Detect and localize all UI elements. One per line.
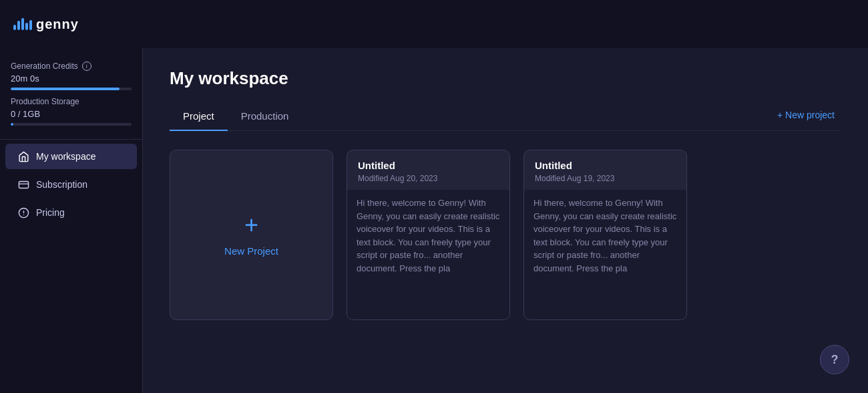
- card-header-1: Untitled Modified Aug 20, 2023: [347, 150, 509, 190]
- credits-section: Generation Credits i 20m 0s Production S…: [0, 56, 142, 136]
- sidebar-item-pricing[interactable]: Pricing: [5, 200, 137, 225]
- sidebar: Generation Credits i 20m 0s Production S…: [0, 48, 143, 393]
- card-preview-1: Hi there, welcome to Genny! With Genny, …: [347, 190, 509, 319]
- tabs-bar: Project Production + New project: [170, 105, 841, 131]
- cards-grid: + New Project Untitled Modified Aug 20, …: [170, 150, 841, 320]
- card-date-2: Modified Aug 19, 2023: [535, 174, 676, 183]
- card-icon: [17, 178, 29, 190]
- storage-progress-bg: [11, 123, 132, 126]
- sidebar-divider: [0, 139, 142, 140]
- plus-icon: +: [244, 213, 258, 237]
- main-layout: Generation Credits i 20m 0s Production S…: [0, 48, 868, 393]
- project-card-2[interactable]: Untitled Modified Aug 19, 2023 Hi there,…: [523, 150, 687, 320]
- new-project-card[interactable]: + New Project: [170, 150, 333, 320]
- card-header-2: Untitled Modified Aug 19, 2023: [524, 150, 686, 190]
- tab-production[interactable]: Production: [228, 105, 302, 131]
- sidebar-item-label: Subscription: [36, 179, 87, 190]
- sidebar-item-subscription[interactable]: Subscription: [5, 172, 137, 197]
- logo-icon: [13, 18, 32, 30]
- credits-progress-bg: [11, 88, 132, 90]
- sidebar-item-my-workspace[interactable]: My workspace: [5, 144, 137, 169]
- card-title-1: Untitled: [358, 160, 499, 171]
- new-project-label: + New project: [777, 110, 835, 120]
- new-project-card-label: New Project: [224, 245, 278, 257]
- credits-value: 20m 0s: [11, 74, 132, 84]
- logo-text: genny: [36, 17, 79, 32]
- project-card-1[interactable]: Untitled Modified Aug 20, 2023 Hi there,…: [347, 150, 510, 320]
- help-icon: ?: [831, 353, 839, 367]
- storage-value: 0 / 1GB: [11, 109, 132, 119]
- svg-rect-0: [19, 181, 28, 188]
- home-icon: [17, 150, 29, 162]
- sidebar-item-label: My workspace: [36, 151, 95, 162]
- credits-progress-fill: [11, 88, 120, 90]
- content-area: My workspace Project Production + New pr…: [143, 48, 868, 393]
- credits-label: Generation Credits i: [11, 61, 132, 71]
- topbar: genny: [0, 0, 868, 48]
- storage-progress-fill: [11, 123, 13, 126]
- tag-icon: [17, 207, 29, 219]
- card-preview-2: Hi there, welcome to Genny! With Genny, …: [524, 190, 686, 319]
- card-title-2: Untitled: [535, 160, 676, 171]
- logo[interactable]: genny: [13, 17, 79, 32]
- sidebar-item-label: Pricing: [36, 207, 65, 218]
- page-title: My workspace: [170, 68, 841, 89]
- help-button[interactable]: ?: [820, 345, 849, 374]
- new-project-button[interactable]: + New project: [771, 106, 841, 124]
- storage-label: Production Storage: [11, 97, 132, 106]
- card-date-1: Modified Aug 20, 2023: [358, 174, 499, 183]
- tab-project[interactable]: Project: [170, 105, 228, 131]
- credits-info-icon[interactable]: i: [82, 61, 91, 71]
